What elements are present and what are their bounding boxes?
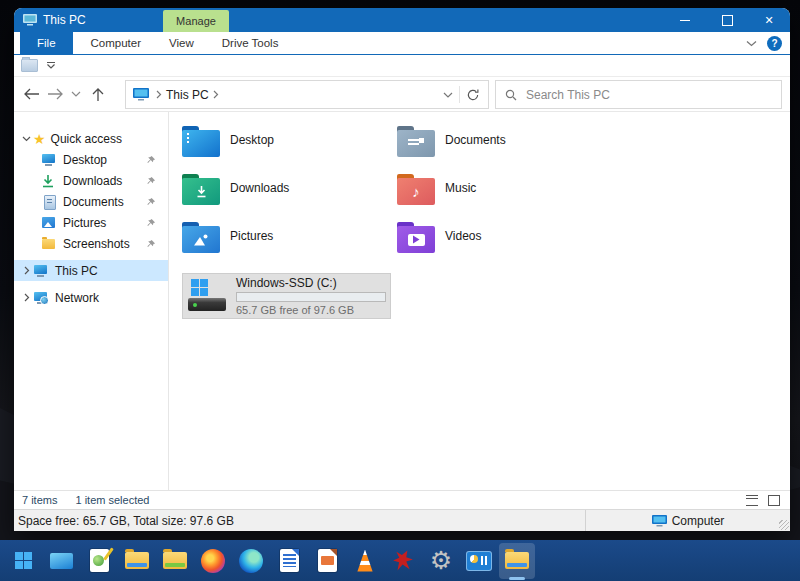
star-icon: ★ [33,132,46,146]
sidebar-item-screenshots[interactable]: Screenshots [14,233,168,254]
taskbar-file-explorer-active[interactable] [499,543,535,579]
folder-name: Downloads [230,181,289,195]
sidebar-item-label: Quick access [51,132,122,146]
large-icons-view-icon[interactable] [768,495,780,506]
taskbar-image-editor[interactable] [81,543,117,579]
folder-name: Documents [445,133,506,147]
taskbar-settings[interactable]: ⚙ [423,543,459,579]
search-input[interactable] [524,87,781,103]
folder-tile-videos[interactable]: Videos [397,222,612,270]
minimize-icon [680,20,690,21]
chevron-down-icon[interactable] [20,136,33,142]
search-icon [505,89,517,101]
customize-toolbar-icon[interactable] [47,62,55,69]
taskbar-desktop-preview[interactable] [43,543,79,579]
file-explorer-icon [505,552,529,569]
image-editor-icon [90,549,109,572]
gear-icon: ⚙ [430,548,452,573]
taskbar-system-monitor[interactable] [461,543,497,579]
taskbar-edge[interactable] [233,543,269,579]
titlebar[interactable]: This PC Manage ✕ [14,8,790,32]
details-status-bar: Space free: 65.7 GB, Total size: 97.6 GB… [14,509,790,531]
folder-tile-music[interactable]: ♪ Music [397,174,612,222]
address-bar[interactable]: This PC [125,80,489,109]
pictures-folder-icon [182,222,220,253]
edge-icon [239,549,263,573]
tab-drive-tools[interactable]: Drive Tools [208,32,293,54]
sidebar-item-documents[interactable]: Documents [14,191,168,212]
documents-icon [41,195,57,209]
taskbar-impress[interactable] [309,543,345,579]
quick-access-toolbar [14,55,790,77]
taskbar-folder-2[interactable] [157,543,193,579]
music-folder-icon: ♪ [397,174,435,205]
pin-icon [146,218,156,228]
folder-tile-desktop[interactable]: Desktop [182,126,397,174]
search-box[interactable] [495,80,782,109]
breadcrumb-separator-icon [213,90,219,99]
folder-name: Music [445,181,476,195]
sidebar-item-desktop[interactable]: Desktop [14,149,168,170]
start-button[interactable] [5,543,41,579]
folder-icon [163,552,187,569]
taskbar-folder-1[interactable] [119,543,155,579]
up-button[interactable] [91,87,105,102]
folder-tile-downloads[interactable]: Downloads [182,174,397,222]
folder-tile-pictures[interactable]: Pictures [182,222,397,270]
tab-computer[interactable]: Computer [77,32,156,54]
sidebar-item-quick-access[interactable]: ★ Quick access [14,128,168,149]
forward-button[interactable] [47,87,64,101]
expand-ribbon-icon[interactable] [746,40,757,47]
taskbar-writer[interactable] [271,543,307,579]
downloads-folder-icon [182,174,220,205]
sidebar-item-this-pc[interactable]: This PC [14,260,168,281]
pin-icon [146,176,156,186]
taskbar-firefox[interactable] [195,543,231,579]
display-icon [50,553,73,569]
minimize-button[interactable] [664,8,706,32]
status-bar: 7 items 1 item selected [14,490,790,509]
help-icon[interactable]: ? [767,36,782,51]
breadcrumb-this-pc[interactable]: This PC [166,88,209,102]
taskbar-red-app[interactable] [385,543,421,579]
pin-icon [146,155,156,165]
manage-ribbon-tab[interactable]: Manage [163,10,229,32]
back-button[interactable] [23,87,40,101]
tab-view[interactable]: View [155,32,208,54]
tab-file[interactable]: File [20,32,73,54]
windows-logo-icon [191,279,208,296]
red-app-icon [392,550,414,572]
drive-tile-windows-ssd[interactable]: Windows-SSD (C:) 65.7 GB free of 97.6 GB [182,273,391,319]
file-explorer-window: This PC Manage ✕ File Computer View Driv… [14,8,790,531]
chevron-right-icon[interactable] [20,293,33,302]
folder-open-icon [125,552,149,569]
sidebar-item-label: Documents [63,195,124,209]
sidebar-item-downloads[interactable]: Downloads [14,170,168,191]
videos-folder-icon [397,222,435,253]
close-icon: ✕ [764,15,773,26]
desktop-icon [41,153,57,167]
sidebar-item-label: Pictures [63,216,106,230]
maximize-button[interactable] [706,8,748,32]
taskbar-vlc[interactable] [347,543,383,579]
documents-folder-icon [397,126,435,157]
network-icon [33,291,49,305]
refresh-icon[interactable] [466,88,480,102]
window-title: This PC [43,13,86,27]
windows-start-icon [15,552,32,569]
folder-tile-documents[interactable]: Documents [397,126,612,174]
resize-grip[interactable] [779,520,789,530]
breadcrumb-separator-icon [156,90,162,99]
desktop-folder-icon [182,126,220,157]
sidebar-item-pictures[interactable]: Pictures [14,212,168,233]
drive-free-space: 65.7 GB free of 97.6 GB [236,304,386,316]
close-button[interactable]: ✕ [748,8,790,32]
sidebar-item-network[interactable]: Network [14,287,168,308]
pin-icon [146,197,156,207]
folder-properties-icon[interactable] [21,59,38,72]
recent-locations-icon[interactable] [71,91,81,97]
address-dropdown-icon[interactable] [443,92,453,98]
chevron-right-icon[interactable] [20,266,33,275]
details-view-icon[interactable] [746,495,758,506]
computer-icon [652,515,667,527]
